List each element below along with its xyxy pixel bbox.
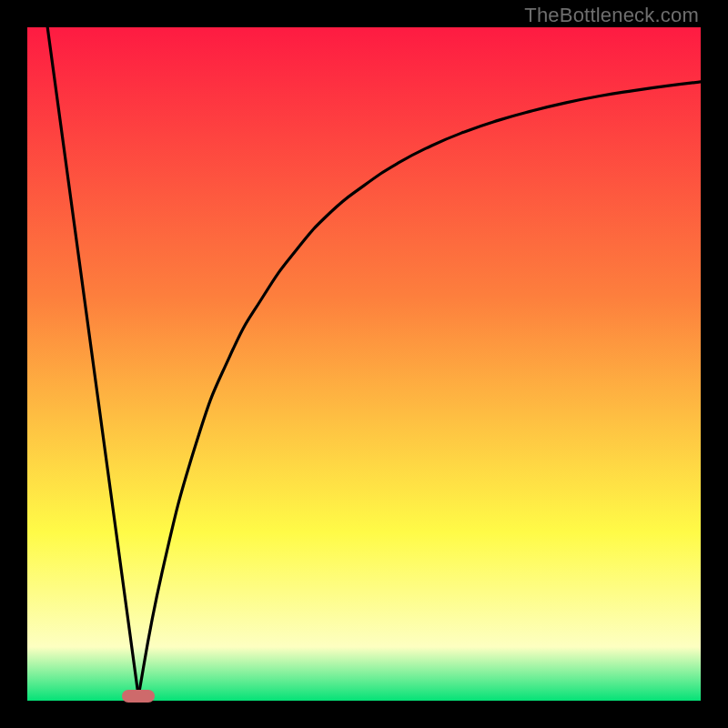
minimum-marker [122,690,155,703]
watermark-text: TheBottleneck.com [524,4,699,27]
chart-frame: TheBottleneck.com [0,0,728,728]
curve-right-branch [138,82,701,696]
curve-layer [27,27,701,701]
plot-area [27,27,701,701]
curve-left-branch [47,27,138,696]
